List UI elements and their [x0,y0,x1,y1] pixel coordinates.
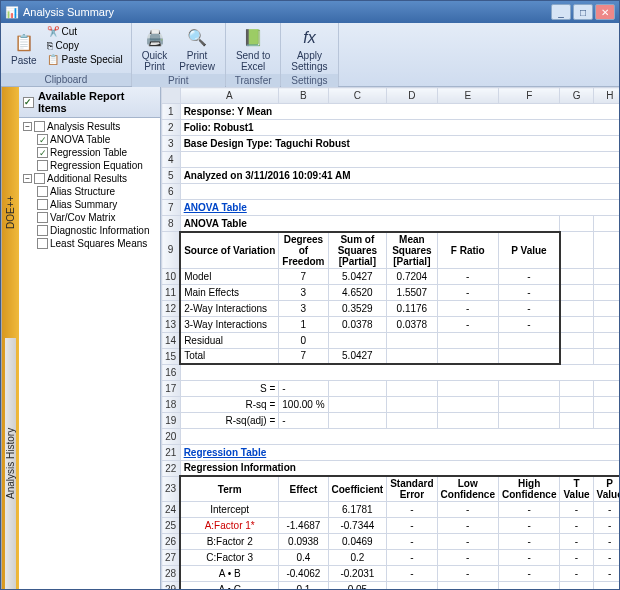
row-header[interactable]: 24 [162,502,181,518]
cell[interactable]: - [499,582,560,590]
cell[interactable] [593,412,619,428]
tree-item[interactable]: Regression Table [21,146,158,159]
row-header[interactable]: 15 [162,348,181,364]
cell[interactable]: - [499,550,560,566]
cell[interactable]: Coefficient [328,476,387,502]
quick-print-button[interactable]: 🖨️Quick Print [138,25,172,74]
col-header[interactable]: G [560,88,593,104]
row-header[interactable]: 26 [162,534,181,550]
cell[interactable]: F Ratio [437,232,498,269]
cell[interactable]: 0.0378 [387,316,437,332]
cell[interactable]: Regression Table [180,444,619,460]
cell[interactable] [437,332,498,348]
cell[interactable]: 0.0378 [328,316,387,332]
cell[interactable] [560,268,593,284]
cell[interactable]: - [499,566,560,582]
close-button[interactable]: ✕ [595,4,615,20]
cell[interactable]: R-sq(adj) = [180,412,279,428]
cell[interactable] [328,396,387,412]
sidebar-header-checkbox[interactable] [23,97,34,108]
cell[interactable]: A:Factor 1* [180,518,279,534]
row-header[interactable]: 8 [162,216,181,232]
cell[interactable] [593,300,619,316]
cell[interactable] [560,316,593,332]
cell[interactable]: - [437,268,498,284]
cell[interactable]: StandardError [387,476,437,502]
row-header[interactable]: 1 [162,104,181,120]
copy-button[interactable]: ⎘Copy [45,39,125,52]
cell[interactable]: - [387,534,437,550]
cell[interactable]: 3-Way Interactions [180,316,279,332]
cell[interactable]: TValue [560,476,593,502]
cell[interactable]: 3 [279,284,328,300]
cell[interactable]: - [560,582,593,590]
checkbox[interactable] [34,173,45,184]
cell[interactable]: - [499,518,560,534]
cell[interactable] [387,332,437,348]
cell[interactable]: - [437,550,498,566]
cell[interactable]: Model [180,268,279,284]
checkbox[interactable] [37,225,48,236]
cell[interactable]: - [593,550,619,566]
cell[interactable]: Sum ofSquares[Partial] [328,232,387,269]
cell[interactable]: - [437,566,498,582]
grid-corner[interactable] [162,88,181,104]
row-header[interactable]: 3 [162,136,181,152]
cell[interactable]: - [387,518,437,534]
cell[interactable]: 0.1176 [387,300,437,316]
cell[interactable]: - [279,412,328,428]
cell[interactable] [593,348,619,364]
cell[interactable]: C:Factor 3 [180,550,279,566]
cell[interactable] [560,300,593,316]
cell[interactable]: -0.7344 [328,518,387,534]
cell[interactable]: 0 [279,332,328,348]
cell[interactable]: - [499,316,560,332]
cell[interactable]: - [593,502,619,518]
cell[interactable] [328,412,387,428]
cell[interactable] [437,348,498,364]
tree-item[interactable]: Alias Summary [21,198,158,211]
row-header[interactable]: 11 [162,284,181,300]
cell[interactable] [560,396,593,412]
cell[interactable]: Intercept [180,502,279,518]
cell[interactable] [499,396,560,412]
col-header[interactable]: A [180,88,279,104]
cell[interactable]: LowConfidence [437,476,498,502]
row-header[interactable]: 6 [162,184,181,200]
cell[interactable]: 1 [279,316,328,332]
send-excel-button[interactable]: 📗Send to Excel [232,25,274,74]
row-header[interactable]: 9 [162,232,181,269]
cell[interactable]: - [387,582,437,590]
checkbox[interactable] [34,121,45,132]
cell[interactable]: Response: Y Mean [180,104,619,120]
cell[interactable]: - [387,550,437,566]
cell[interactable] [560,380,593,396]
cell[interactable]: - [560,518,593,534]
cell[interactable]: Source of Variation [180,232,279,269]
cell[interactable]: - [387,502,437,518]
row-header[interactable]: 29 [162,582,181,590]
cell[interactable] [180,152,619,168]
row-header[interactable]: 5 [162,168,181,184]
cell[interactable]: - [560,502,593,518]
cell[interactable] [593,216,619,232]
checkbox[interactable] [37,160,48,171]
cell[interactable]: 3 [279,300,328,316]
cell[interactable]: -0.2031 [328,566,387,582]
cell[interactable]: A • C [180,582,279,590]
cell[interactable]: S = [180,380,279,396]
col-header[interactable]: D [387,88,437,104]
checkbox[interactable] [37,238,48,249]
cell[interactable]: 5.0427 [328,348,387,364]
row-header[interactable]: 21 [162,444,181,460]
cell[interactable] [279,502,328,518]
cell[interactable]: P Value [499,232,560,269]
anova-link[interactable]: ANOVA Table [184,202,247,213]
cell[interactable]: DegreesofFreedom [279,232,328,269]
cell[interactable]: - [560,566,593,582]
cell[interactable]: - [437,284,498,300]
col-header[interactable]: H [593,88,619,104]
cell[interactable] [593,380,619,396]
cell[interactable] [593,316,619,332]
cell[interactable]: Analyzed on 3/11/2016 10:09:41 AM [180,168,619,184]
